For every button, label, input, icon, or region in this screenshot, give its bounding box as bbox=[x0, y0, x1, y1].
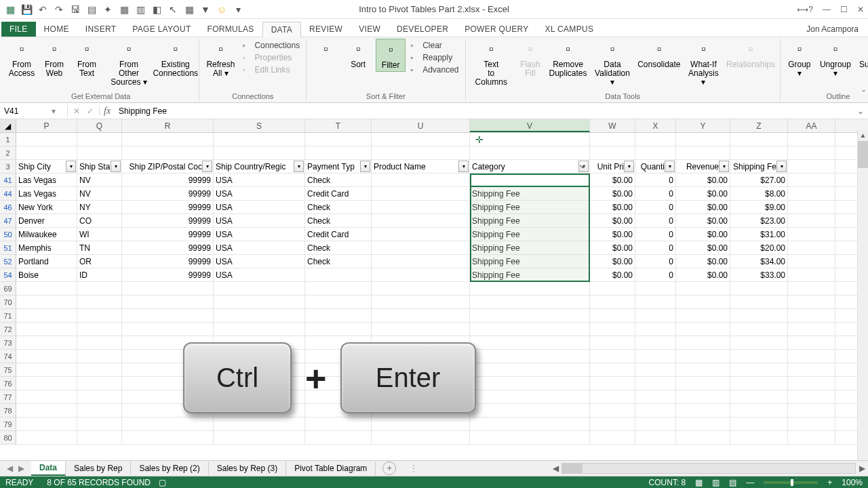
cell[interactable]: 0 bbox=[635, 214, 676, 227]
cell[interactable] bbox=[470, 133, 590, 146]
cell[interactable] bbox=[788, 174, 835, 186]
cell[interactable]: Check bbox=[305, 214, 372, 227]
cell[interactable] bbox=[470, 404, 590, 417]
from-text-button[interactable]: ▫FromText bbox=[72, 39, 102, 79]
cell[interactable] bbox=[635, 404, 676, 417]
close-icon[interactable]: ✕ bbox=[857, 5, 864, 14]
cell[interactable]: $0.00 bbox=[590, 228, 635, 241]
cell[interactable] bbox=[730, 350, 788, 363]
column-filter-header[interactable]: Product Name▾ bbox=[372, 160, 470, 173]
column-header-U[interactable]: U bbox=[372, 119, 470, 132]
cell[interactable]: Credit Card bbox=[305, 228, 372, 241]
cell[interactable]: Check bbox=[305, 255, 372, 268]
cell[interactable]: TN bbox=[77, 241, 122, 254]
funnel-icon[interactable]: ▼ bbox=[199, 3, 212, 16]
cell[interactable] bbox=[470, 336, 590, 349]
filter-dropdown-icon[interactable]: ▾ bbox=[360, 161, 370, 172]
cell[interactable]: $0.00 bbox=[590, 268, 635, 281]
cell[interactable] bbox=[730, 309, 788, 322]
column-header-T[interactable]: T bbox=[305, 119, 372, 132]
redo-icon[interactable]: ↷ bbox=[53, 3, 65, 16]
cell[interactable] bbox=[372, 187, 470, 200]
column-filter-header[interactable] bbox=[788, 160, 835, 173]
cell[interactable] bbox=[372, 323, 470, 336]
cell[interactable] bbox=[16, 363, 77, 376]
tab-developer[interactable]: DEVELOPER bbox=[389, 22, 456, 37]
cell[interactable] bbox=[470, 309, 590, 322]
cell[interactable] bbox=[77, 431, 122, 444]
column-filter-header[interactable]: Category▾ bbox=[470, 160, 590, 173]
cell[interactable] bbox=[635, 418, 676, 430]
cell[interactable] bbox=[730, 377, 788, 390]
row-header[interactable]: 80 bbox=[0, 431, 16, 445]
cell[interactable] bbox=[676, 336, 730, 349]
cell[interactable] bbox=[470, 377, 590, 390]
row-header[interactable]: 44 bbox=[0, 187, 16, 201]
connections-button[interactable]: ▫ Connections bbox=[240, 40, 302, 51]
sheet-tab[interactable]: Pivot Table Diagram bbox=[286, 462, 376, 475]
cell[interactable] bbox=[77, 336, 122, 349]
cell[interactable]: 0 bbox=[635, 174, 676, 186]
cell[interactable] bbox=[676, 323, 730, 336]
cell[interactable] bbox=[788, 241, 835, 254]
ungroup-button[interactable]: ▫Ungroup▾ bbox=[817, 39, 854, 79]
cell[interactable] bbox=[122, 418, 214, 430]
cell[interactable] bbox=[676, 377, 730, 390]
cell[interactable]: $0.00 bbox=[676, 187, 730, 200]
cell[interactable]: 99999 bbox=[122, 268, 214, 281]
column-filter-header[interactable]: Unit Pri▾ bbox=[590, 160, 635, 173]
cell[interactable] bbox=[590, 296, 635, 308]
from-web-button[interactable]: ▫FromWeb bbox=[39, 39, 69, 79]
cell[interactable] bbox=[305, 296, 372, 308]
cell[interactable]: NY bbox=[77, 201, 122, 214]
cell[interactable] bbox=[214, 133, 305, 146]
touch-mode-icon[interactable]: ⟷? bbox=[797, 5, 813, 14]
cell[interactable] bbox=[788, 268, 835, 281]
cell[interactable]: $0.00 bbox=[590, 241, 635, 254]
sheet-tab[interactable]: Sales by Rep (3) bbox=[209, 462, 286, 475]
view-normal-icon[interactable]: ▦ bbox=[695, 478, 703, 487]
cell[interactable] bbox=[788, 282, 835, 295]
cell[interactable] bbox=[590, 309, 635, 322]
cell[interactable]: 0 bbox=[635, 201, 676, 214]
cell[interactable]: $34.00 bbox=[730, 255, 788, 268]
cell[interactable]: $0.00 bbox=[676, 241, 730, 254]
cell[interactable]: $0.00 bbox=[590, 201, 635, 214]
row-header[interactable]: 72 bbox=[0, 323, 16, 336]
sheet-tab[interactable]: Sales by Rep bbox=[66, 462, 131, 475]
cell[interactable] bbox=[788, 336, 835, 349]
cell[interactable] bbox=[676, 133, 730, 146]
row-header[interactable]: 50 bbox=[0, 228, 16, 241]
cell[interactable] bbox=[214, 146, 305, 159]
cell[interactable]: USA bbox=[214, 187, 305, 200]
cell[interactable] bbox=[372, 255, 470, 268]
cell[interactable] bbox=[788, 323, 835, 336]
column-header-Z[interactable]: Z bbox=[730, 119, 788, 132]
scroll-thumb[interactable] bbox=[858, 141, 868, 168]
cell[interactable] bbox=[122, 296, 214, 308]
from-access-button[interactable]: ▫FromAccess bbox=[7, 39, 37, 79]
cell[interactable] bbox=[372, 133, 470, 146]
cell[interactable] bbox=[635, 431, 676, 444]
cell[interactable] bbox=[730, 431, 788, 444]
tab-file[interactable]: FILE bbox=[1, 22, 36, 37]
cell[interactable] bbox=[590, 418, 635, 430]
tab-formulas[interactable]: FORMULAS bbox=[199, 22, 262, 37]
cell[interactable]: $31.00 bbox=[730, 228, 788, 241]
cell[interactable]: 99999 bbox=[122, 174, 214, 186]
minimize-icon[interactable]: — bbox=[823, 5, 831, 14]
cell[interactable] bbox=[122, 146, 214, 159]
cell[interactable] bbox=[788, 187, 835, 200]
cell[interactable]: Shipping Fee bbox=[470, 214, 590, 227]
column-filter-header[interactable]: Ship Country/Regic▾ bbox=[214, 160, 305, 173]
cell[interactable] bbox=[635, 350, 676, 363]
row-header[interactable]: 2 bbox=[0, 146, 16, 160]
cell[interactable] bbox=[730, 390, 788, 403]
cell[interactable] bbox=[77, 377, 122, 390]
relationships-button[interactable]: ▫Relationships bbox=[726, 39, 776, 70]
cell[interactable] bbox=[788, 350, 835, 363]
cell[interactable]: 0 bbox=[635, 241, 676, 254]
cell[interactable] bbox=[372, 418, 470, 430]
cell[interactable]: NV bbox=[77, 187, 122, 200]
cell[interactable] bbox=[676, 404, 730, 417]
